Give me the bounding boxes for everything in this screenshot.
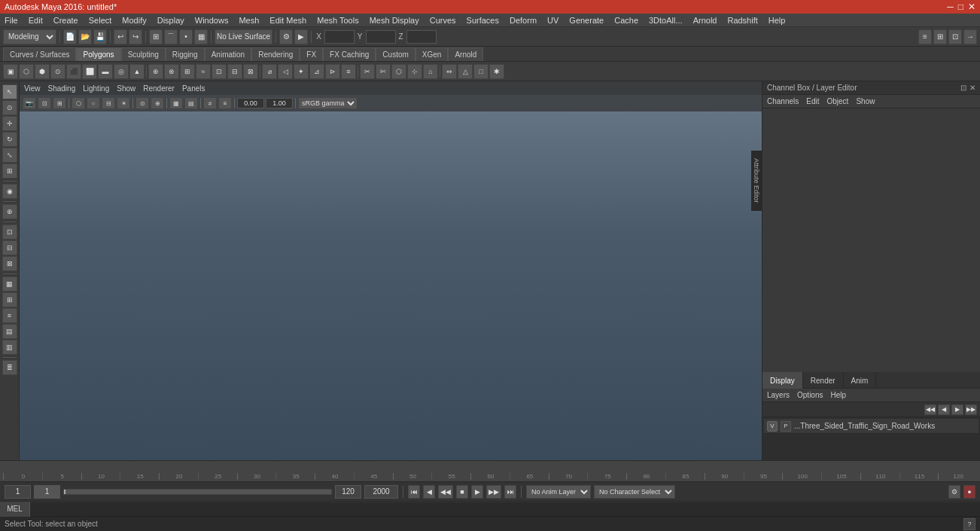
menu-file[interactable]: File: [3, 16, 20, 25]
menu-edit[interactable]: Edit: [27, 16, 44, 25]
vt-fit-button[interactable]: ⊡: [38, 97, 51, 109]
auto-key-button[interactable]: ●: [963, 485, 975, 499]
tool-fill-hole[interactable]: ⊠: [243, 64, 258, 79]
channel-menu-channels[interactable]: Channels: [767, 97, 799, 105]
menu-generate[interactable]: Generate: [568, 16, 605, 25]
layer-ctrl-btn-4[interactable]: ▶▶: [965, 404, 977, 415]
x-input[interactable]: [324, 30, 355, 44]
vt-light-button[interactable]: ☀: [117, 97, 130, 109]
snap-surface-button[interactable]: ▦: [194, 29, 208, 44]
tool-plane[interactable]: ▬: [98, 64, 113, 79]
tab-polygons[interactable]: Polygons: [76, 47, 120, 61]
right-toolbar-btn-3[interactable]: ⊡: [948, 29, 962, 44]
y-input[interactable]: [366, 30, 396, 44]
tab-custom[interactable]: Custom: [376, 47, 415, 61]
next-frame-button[interactable]: ▶▶: [486, 485, 501, 499]
move-tool-button[interactable]: ✛: [2, 116, 17, 131]
menu-uv[interactable]: UV: [546, 16, 560, 25]
menu-display[interactable]: Display: [156, 16, 186, 25]
right-toolbar-btn-1[interactable]: ≡: [918, 29, 932, 44]
layer-tab-render[interactable]: Render: [803, 372, 844, 389]
play-forward-button[interactable]: ▶: [471, 485, 483, 499]
close-button[interactable]: ✕: [968, 2, 975, 12]
maximize-button[interactable]: □: [958, 2, 963, 12]
save-file-button[interactable]: 💾: [93, 29, 107, 44]
fov-input[interactable]: [237, 98, 264, 108]
tool-cut[interactable]: ✂: [360, 64, 375, 79]
tool-separate[interactable]: ⊗: [164, 64, 179, 79]
tab-rigging[interactable]: Rigging: [166, 47, 205, 61]
tool-combine[interactable]: ⊕: [148, 64, 163, 79]
viewport-menu-panels[interactable]: Panels: [182, 84, 205, 93]
menu-mesh-tools[interactable]: Mesh Tools: [315, 16, 360, 25]
tab-rendering[interactable]: Rendering: [251, 47, 300, 61]
stop-button[interactable]: ■: [456, 485, 468, 499]
tool-offset-edge[interactable]: ≡: [341, 64, 356, 79]
channel-menu-object[interactable]: Object: [827, 97, 849, 105]
right-toolbar-btn-4[interactable]: →: [963, 29, 977, 44]
tool-mirror[interactable]: ⇔: [442, 64, 457, 79]
frame-end-input[interactable]: [335, 485, 361, 499]
layer-sub-options[interactable]: Options: [797, 391, 823, 399]
script-input[interactable]: [30, 502, 980, 516]
right-panel-float-button[interactable]: ⊡: [960, 84, 966, 92]
menu-radshift[interactable]: Radshift: [726, 16, 759, 25]
z-input[interactable]: [406, 30, 437, 44]
vt-isolate-button[interactable]: ⊕: [151, 97, 164, 109]
frame-start-input[interactable]: [5, 485, 31, 499]
tool-torus[interactable]: ◎: [114, 64, 129, 79]
quick-layout-3[interactable]: ≡: [2, 308, 17, 323]
new-file-button[interactable]: 📄: [63, 29, 77, 44]
layer-visibility-button[interactable]: V: [767, 421, 778, 432]
menu-help[interactable]: Help: [767, 16, 787, 25]
show-manipulator-button[interactable]: ⊕: [2, 204, 17, 219]
playback-options-button[interactable]: ⚙: [948, 485, 960, 499]
tool-insert-edge[interactable]: ⊿: [309, 64, 324, 79]
channel-menu-edit[interactable]: Edit: [806, 97, 819, 105]
help-line-button[interactable]: ?: [963, 518, 975, 530]
tab-animation[interactable]: Animation: [205, 47, 251, 61]
tab-xgen[interactable]: XGen: [415, 47, 449, 61]
play-backward-button[interactable]: ◀◀: [438, 485, 453, 499]
render-settings-button[interactable]: ⚙: [279, 29, 293, 44]
viewport-menu-show[interactable]: Show: [117, 84, 135, 93]
vt-safe-area[interactable]: ▤: [184, 97, 198, 109]
snap-grid-button[interactable]: ⊞: [149, 29, 163, 44]
menu-surfaces[interactable]: Surfaces: [465, 16, 501, 25]
open-file-button[interactable]: 📂: [78, 29, 92, 44]
layer-ctrl-btn-2[interactable]: ◀: [938, 404, 950, 415]
rotate-tool-button[interactable]: ↻: [2, 132, 17, 147]
right-toolbar-btn-2[interactable]: ⊞: [933, 29, 947, 44]
current-frame-input[interactable]: [34, 485, 60, 499]
soft-select-button[interactable]: ◉: [2, 184, 17, 199]
tool-sphere[interactable]: ⊙: [50, 64, 65, 79]
menu-cache[interactable]: Cache: [613, 16, 640, 25]
right-panel-close-button[interactable]: ✕: [969, 84, 975, 92]
frame-range-bar[interactable]: [63, 489, 332, 495]
display-layer-button[interactable]: ⊡: [2, 224, 17, 240]
vt-frame-all[interactable]: ⊞: [53, 97, 66, 109]
outliner-button[interactable]: ≣: [2, 360, 17, 375]
vt-resolution-gate[interactable]: ▦: [169, 97, 183, 109]
menu-modify[interactable]: Modify: [120, 16, 148, 25]
tool-bevel[interactable]: ⌀: [262, 64, 277, 79]
anim-layer-select[interactable]: No Anim Layer: [526, 485, 591, 499]
menu-3dtool[interactable]: 3DtoAll...: [647, 16, 684, 25]
prev-frame-button[interactable]: ◀: [423, 485, 435, 499]
tool-paint-select[interactable]: ⬢: [35, 64, 50, 79]
menu-windows[interactable]: Windows: [193, 16, 230, 25]
snap-curve-button[interactable]: ⌒: [164, 29, 178, 44]
minimize-button[interactable]: ─: [947, 2, 954, 12]
vt-xray-button[interactable]: ⊙: [135, 97, 149, 109]
redo-button[interactable]: ↪: [129, 29, 142, 44]
scale-tool-button[interactable]: ⤡: [2, 148, 17, 163]
mel-tab[interactable]: MEL: [0, 502, 30, 517]
vt-hud-button[interactable]: ≡: [218, 97, 232, 109]
tab-fx-caching[interactable]: FX Caching: [323, 47, 376, 61]
quick-layout-2[interactable]: ⊞: [2, 292, 17, 307]
channel-menu-show[interactable]: Show: [856, 97, 875, 105]
step-forward-button[interactable]: ⏭: [504, 485, 516, 499]
tool-boolean[interactable]: ⊞: [180, 64, 195, 79]
playback-end-input[interactable]: [364, 485, 398, 499]
tab-curves-surfaces[interactable]: Curves / Surfaces: [3, 47, 76, 61]
